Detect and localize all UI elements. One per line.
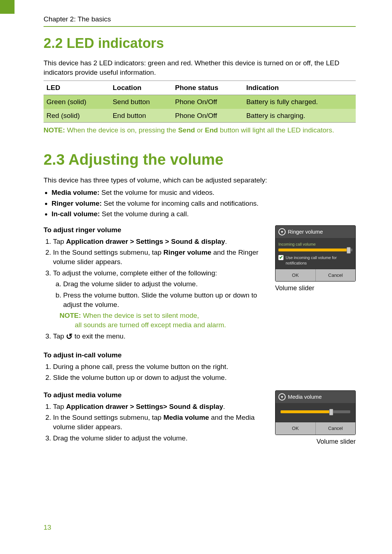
th-indication: Indication (243, 81, 356, 95)
th-led: LED (44, 81, 110, 95)
ringer-note-line2: all sounds are turned off except media a… (75, 320, 356, 330)
slider-thumb[interactable] (329, 409, 333, 415)
incall-steps: During a phone call, press the volume bu… (53, 362, 356, 382)
led-note: NOTE: When the device is on, pressing th… (44, 126, 356, 135)
table-row: Green (solid) Send button Phone On/Off B… (44, 95, 356, 108)
media-volume-dialog: Media volume OK Cancel (275, 390, 356, 435)
media-dialog-figure: Media volume OK Cancel Volume slider (275, 390, 356, 446)
incoming-call-label: Incoming call volume (278, 242, 352, 247)
use-incoming-checkbox-row[interactable]: ✔ Use incoming call volume for notificat… (278, 255, 352, 266)
led-table: LED Location Phone status Indication Gre… (44, 81, 356, 123)
section-2-2-intro: This device has 2 LED indicators: green … (44, 58, 356, 77)
ok-button[interactable]: OK (275, 269, 316, 282)
th-location: Location (110, 81, 172, 95)
dialog-title: Ringer volume (275, 226, 355, 238)
section-2-2-title: 2.2 LED indicators (44, 34, 356, 53)
cancel-button[interactable]: Cancel (316, 269, 356, 282)
checkbox-icon[interactable]: ✔ (278, 255, 283, 260)
incall-heading: To adjust in-call volume (44, 350, 356, 360)
ok-button[interactable]: OK (275, 422, 316, 435)
cancel-button[interactable]: Cancel (316, 422, 356, 435)
ringer-dialog-figure: Ringer volume Incoming call volume ✔ Use… (275, 225, 356, 293)
volume-types-list: Media volume: Set the volume for music a… (52, 188, 356, 219)
ringer-note: NOTE: When the device is set to silent m… (60, 311, 356, 320)
back-icon: ↻ (66, 331, 73, 342)
dialog-title: Media volume (275, 391, 355, 403)
ringer-step-exit: Tap ↻ to exit the menu. (53, 331, 356, 342)
media-volume-slider[interactable] (281, 410, 350, 413)
table-row: Red (solid) End button Phone On/Off Batt… (44, 109, 356, 123)
header-divider (44, 26, 356, 27)
ringer-volume-dialog: Ringer volume Incoming call volume ✔ Use… (275, 225, 356, 282)
ringer-volume-slider[interactable] (278, 249, 352, 251)
page-number: 13 (44, 523, 51, 532)
media-figure-caption: Volume slider (275, 437, 356, 446)
section-2-3-title: 2.3 Adjusting the volume (44, 149, 356, 170)
chapter-header: Chapter 2: The basics (44, 15, 356, 24)
side-tab (0, 0, 15, 14)
ringer-icon (278, 393, 286, 401)
slider-thumb[interactable] (347, 247, 351, 254)
ringer-figure-caption: Volume slider (275, 284, 356, 292)
th-phone-status: Phone status (172, 81, 243, 95)
ringer-icon (278, 228, 286, 235)
section-2-3-intro: This device has three types of volume, w… (44, 176, 356, 185)
